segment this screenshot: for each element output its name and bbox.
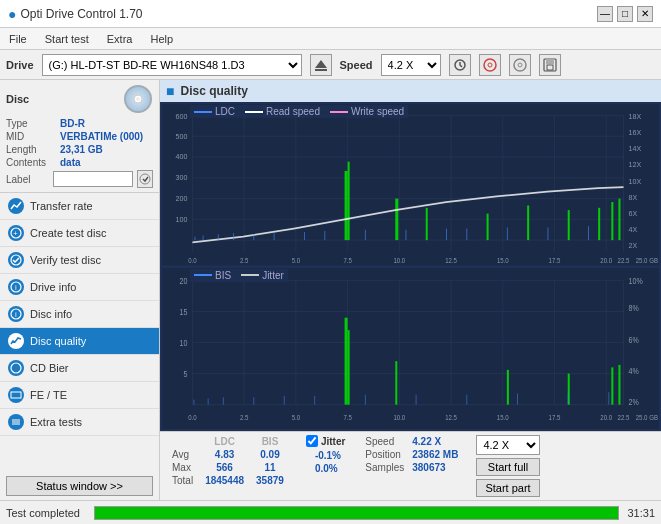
speed-select[interactable]: 4.2 X (381, 54, 441, 76)
disc-quality-title: Disc quality (180, 84, 247, 98)
nav-extra-tests[interactable]: Extra tests (0, 409, 159, 436)
disc-mid-label: MID (6, 131, 56, 142)
status-window-button[interactable]: Status window >> (6, 476, 153, 496)
speed-stat-value: 4.22 X (408, 435, 462, 448)
svg-text:12X: 12X (629, 160, 642, 170)
chart2-legend: BIS Jitter (190, 269, 288, 282)
nav-drive-info[interactable]: i Drive info (0, 274, 159, 301)
avg-ldc-value: 4.83 (199, 448, 250, 461)
menu-extra[interactable]: Extra (104, 32, 136, 46)
nav-create-test-disc[interactable]: + Create test disc (0, 220, 159, 247)
verify-test-disc-icon (8, 252, 24, 268)
svg-text:15: 15 (179, 307, 187, 317)
speed-icon-button[interactable] (449, 54, 471, 76)
legend-read-speed: Read speed (245, 106, 320, 117)
svg-text:10X: 10X (629, 176, 642, 186)
speed-stat-label: Speed (361, 435, 408, 448)
svg-text:i: i (15, 310, 17, 319)
svg-text:100: 100 (176, 214, 188, 224)
maximize-button[interactable]: □ (617, 6, 633, 22)
main-layout: Disc Type BD-R (0, 80, 661, 500)
eject-button[interactable] (310, 54, 332, 76)
legend-ldc-label: LDC (215, 106, 235, 117)
jitter-avg-value: -0.1% (312, 449, 344, 462)
disc-icon (123, 84, 153, 114)
svg-rect-137 (611, 367, 613, 404)
svg-text:5.0: 5.0 (292, 412, 301, 420)
drive-bar: Drive (G:) HL-DT-ST BD-RE WH16NS48 1.D3 … (0, 50, 661, 80)
disc-label-input[interactable] (53, 171, 133, 187)
svg-rect-140 (208, 398, 209, 404)
disc-label-button[interactable] (137, 170, 153, 188)
svg-text:20.0: 20.0 (600, 412, 612, 420)
legend-bis-label: BIS (215, 270, 231, 281)
legend-ldc: LDC (194, 106, 235, 117)
nav-transfer-rate[interactable]: Transfer rate (0, 193, 159, 220)
save-button[interactable] (539, 54, 561, 76)
minimize-button[interactable]: — (597, 6, 613, 22)
svg-text:16X: 16X (629, 128, 642, 138)
disc-quality-header: ■ Disc quality (160, 80, 661, 102)
menu-start-test[interactable]: Start test (42, 32, 92, 46)
svg-rect-27 (162, 104, 659, 266)
svg-text:6X: 6X (629, 208, 638, 218)
close-button[interactable]: ✕ (637, 6, 653, 22)
samples-label: Samples (361, 461, 408, 474)
menu-file[interactable]: File (6, 32, 30, 46)
svg-rect-147 (466, 394, 467, 404)
drive-info-icon: i (8, 279, 24, 295)
svg-rect-141 (223, 397, 224, 404)
svg-rect-81 (194, 237, 195, 240)
svg-point-5 (514, 59, 526, 71)
menu-help[interactable]: Help (147, 32, 176, 46)
disc-contents-value: data (60, 157, 81, 168)
svg-text:600: 600 (176, 112, 188, 122)
svg-rect-133 (348, 330, 350, 405)
svg-rect-142 (253, 397, 254, 404)
svg-rect-76 (527, 206, 529, 241)
disc-type-label: Type (6, 118, 56, 129)
nav-fe-te-label: FE / TE (30, 389, 67, 401)
svg-text:14X: 14X (629, 144, 642, 154)
start-full-button[interactable]: Start full (476, 458, 539, 476)
disc-length-label: Length (6, 144, 56, 155)
total-ldc-value: 1845448 (199, 474, 250, 487)
total-label: Total (166, 474, 199, 487)
svg-text:4X: 4X (629, 225, 638, 235)
nav-verify-test-disc[interactable]: Verify test disc (0, 247, 159, 274)
legend-jitter: Jitter (241, 270, 284, 281)
nav-disc-info[interactable]: i Disc info (0, 301, 159, 328)
legend-jitter-label: Jitter (262, 270, 284, 281)
jitter-max-value: 0.0% (312, 462, 344, 475)
svg-rect-79 (611, 202, 613, 240)
chart1-legend: LDC Read speed Write speed (190, 105, 408, 118)
svg-text:20.0: 20.0 (600, 257, 612, 264)
drive-select[interactable]: (G:) HL-DT-ST BD-RE WH16NS48 1.D3 (42, 54, 302, 76)
write-icon-button[interactable] (509, 54, 531, 76)
disc-panel: Disc Type BD-R (0, 80, 159, 193)
disc-length-value: 23,31 GB (60, 144, 103, 155)
samples-value: 380673 (408, 461, 462, 474)
nav-verify-test-disc-label: Verify test disc (30, 254, 101, 266)
svg-rect-71 (345, 171, 348, 240)
menu-bar: File Start test Extra Help (0, 28, 661, 50)
nav-cd-bier[interactable]: CD Bier (0, 355, 159, 382)
max-bis-value: 11 (250, 461, 290, 474)
nav-fe-te[interactable]: FE / TE (0, 382, 159, 409)
nav-disc-quality[interactable]: Disc quality (0, 328, 159, 355)
svg-text:22.5: 22.5 (618, 412, 630, 420)
cd-bier-icon (8, 360, 24, 376)
svg-text:25.0 GB: 25.0 GB (636, 257, 658, 264)
create-test-disc-icon: + (8, 225, 24, 241)
start-part-button[interactable]: Start part (476, 479, 539, 497)
svg-text:+: + (13, 229, 18, 238)
svg-rect-82 (203, 236, 204, 241)
disc-icon-button[interactable] (479, 54, 501, 76)
position-label: Position (361, 448, 408, 461)
stats-panel: LDC BIS Avg 4.83 0.09 Max 566 11 Total (160, 431, 661, 500)
chart1-svg: 600 500 400 300 200 100 18X 16X 14X 12X … (162, 104, 659, 266)
jitter-checkbox[interactable] (306, 435, 318, 447)
svg-text:8X: 8X (629, 192, 638, 202)
avg-bis-value: 0.09 (250, 448, 290, 461)
action-speed-select[interactable]: 4.2 X (476, 435, 539, 455)
